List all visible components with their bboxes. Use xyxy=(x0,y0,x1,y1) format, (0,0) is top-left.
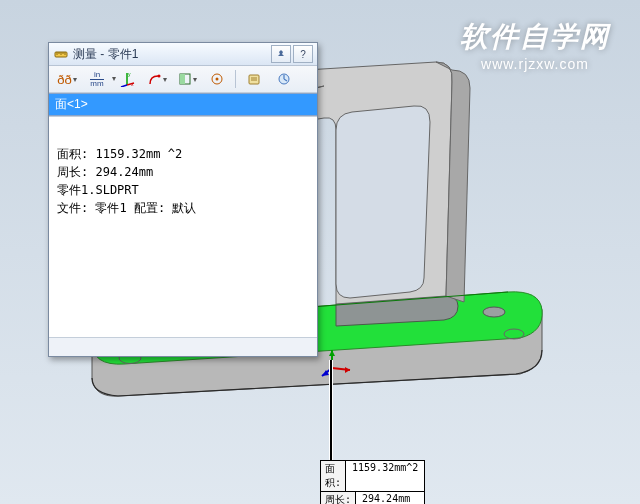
callout-perim-label: 周长: xyxy=(321,492,356,504)
svg-rect-23 xyxy=(180,74,185,84)
measure-dialog[interactable]: 测量 - 零件1 ? ðð▾ inmm▾ yx ▾ ▾ 面<1> 面积: 115… xyxy=(48,42,318,357)
xyz-button[interactable]: yx xyxy=(113,68,141,90)
dialog-title: 测量 - 零件1 xyxy=(73,46,271,63)
dialog-statusbar xyxy=(49,337,317,356)
area-line: 面积: 1159.32mm ^2 xyxy=(57,145,309,163)
help-button[interactable]: ? xyxy=(293,45,313,63)
callout-box: 面积: 1159.32mm^2 周长: 294.24mm xyxy=(320,460,425,504)
units-button[interactable]: inmm▾ xyxy=(83,68,111,90)
callout-perim-value: 294.24mm xyxy=(356,492,416,504)
toolbar-separator xyxy=(235,70,236,88)
config-line: 文件: 零件1 配置: 默认 xyxy=(57,199,309,217)
watermark: 软件自学网 www.rjzxw.com xyxy=(460,18,610,72)
callout-leader xyxy=(330,360,332,460)
arc-button[interactable]: ▾ xyxy=(143,68,171,90)
pushpin-button[interactable] xyxy=(271,45,291,63)
svg-point-25 xyxy=(216,78,219,81)
callout-area-value: 1159.32mm^2 xyxy=(346,461,424,491)
dialog-titlebar[interactable]: 测量 - 零件1 ? xyxy=(49,43,317,66)
sensor-button[interactable] xyxy=(270,68,298,90)
svg-text:x: x xyxy=(131,81,134,87)
selection-list-item[interactable]: 面<1> xyxy=(49,93,317,116)
svg-text:y: y xyxy=(128,71,131,77)
measure-icon xyxy=(53,46,69,62)
dialog-toolbar: ðð▾ inmm▾ yx ▾ ▾ xyxy=(49,66,317,93)
svg-marker-5 xyxy=(345,367,350,373)
svg-point-21 xyxy=(157,75,160,78)
point-button[interactable] xyxy=(203,68,231,90)
history-button[interactable] xyxy=(240,68,268,90)
results-panel[interactable]: 面积: 1159.32mm ^2 周长: 294.24mm 零件1.SLDPRT… xyxy=(49,116,317,337)
perimeter-line: 周长: 294.24mm xyxy=(57,163,309,181)
callout-area-label: 面积: xyxy=(321,461,346,491)
file-line: 零件1.SLDPRT xyxy=(57,181,309,199)
watermark-text: 软件自学网 xyxy=(460,18,610,56)
origin-triad xyxy=(320,348,354,380)
watermark-url: www.rjzxw.com xyxy=(460,56,610,72)
svg-line-18 xyxy=(121,85,127,87)
svg-marker-7 xyxy=(329,350,335,356)
cad-viewport[interactable]: 面积: 1159.32mm^2 周长: 294.24mm 软件自学网 www.r… xyxy=(0,0,640,504)
svg-point-3 xyxy=(504,329,524,339)
blank-line xyxy=(57,127,309,145)
projection-button[interactable]: ▾ xyxy=(173,68,201,90)
unit-system-button[interactable]: ðð▾ xyxy=(53,68,81,90)
svg-point-2 xyxy=(483,307,505,317)
